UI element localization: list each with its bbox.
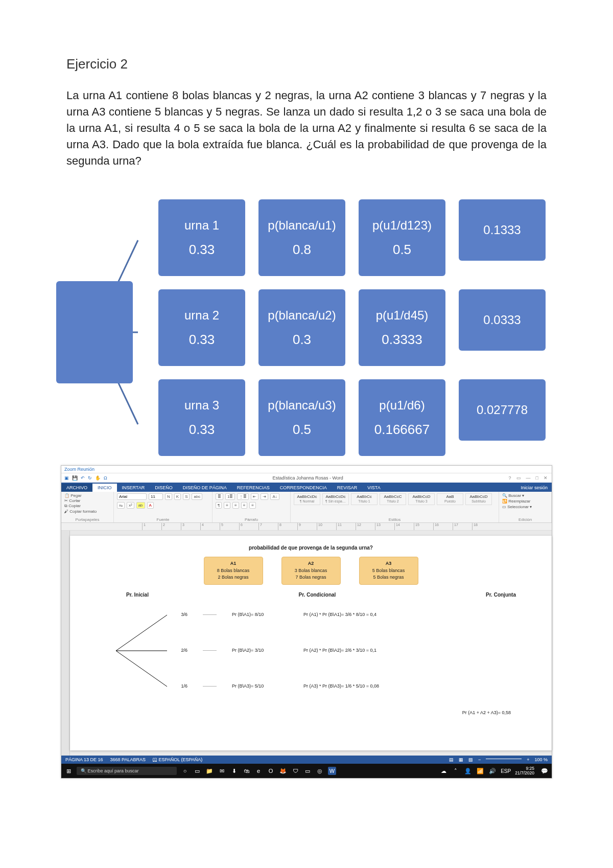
align-right-button[interactable]: ≡	[241, 502, 248, 509]
bold-button[interactable]: N	[165, 493, 172, 500]
help-icon[interactable]: ?	[509, 475, 511, 481]
replace-button[interactable]: 🔁 Reemplazar	[502, 499, 530, 504]
mail-icon[interactable]: ✉	[218, 767, 226, 775]
tray-onedrive-icon[interactable]: ☁	[439, 767, 447, 775]
word-task-icon[interactable]: W	[328, 767, 336, 775]
style-item-0[interactable]: AaBbCcDc¶ Normal	[294, 493, 320, 505]
cut-button[interactable]: ✂ Cortar	[64, 498, 80, 503]
branch-3: 1/6 ——— Pr (B\A3)= 5/10 Pr (A3) * Pr (B\…	[172, 683, 416, 689]
show-marks-button[interactable]: ¶	[216, 502, 222, 509]
subscript-button[interactable]: x₂	[117, 502, 125, 509]
align-left-button[interactable]: ≡	[224, 502, 230, 509]
copy-button[interactable]: ⧉ Copiar	[64, 504, 81, 509]
font-color-button[interactable]: A	[147, 502, 154, 509]
node-result-2: 0.0333	[459, 289, 546, 351]
start-icon[interactable]: ⊞	[64, 767, 73, 775]
office-icon[interactable]: O	[267, 767, 275, 775]
style-item-2[interactable]: AaBbCcTítulo 1	[351, 493, 378, 505]
underline-button[interactable]: S	[183, 493, 190, 500]
task-view-icon[interactable]: ▭	[193, 767, 201, 775]
select-button[interactable]: ▭ Seleccionar ▾	[502, 505, 532, 509]
align-center-button[interactable]: ≡	[232, 502, 239, 509]
style-item-6[interactable]: AaBbCcDSubtítulo	[465, 493, 492, 505]
taskbar-clock[interactable]: 9:25 21/7/2020	[515, 766, 536, 776]
col-head-condicional: Pr. Condicional	[299, 592, 336, 598]
italic-button[interactable]: K	[174, 493, 181, 500]
tray-language[interactable]: ESP	[501, 768, 511, 774]
document-page[interactable]: probabilidad de que provenga de la segun…	[70, 536, 552, 750]
minimize-icon[interactable]: —	[526, 475, 531, 481]
tray-chevron-icon[interactable]: ˄	[452, 767, 460, 775]
font-name-input[interactable]	[117, 493, 147, 500]
justify-button[interactable]: ≡	[249, 502, 256, 509]
bullets-button[interactable]: ≣	[216, 493, 223, 500]
tab-vista[interactable]: VISTA	[362, 484, 385, 492]
tray-wifi-icon[interactable]: 📶	[476, 767, 484, 775]
explorer-icon[interactable]: 📁	[205, 767, 214, 775]
zoom-icon[interactable]: ▭	[303, 767, 312, 775]
node-result-3: 0.027778	[459, 379, 546, 441]
edge-icon[interactable]: e	[254, 767, 263, 775]
omega-icon[interactable]: Ω	[104, 475, 107, 481]
view-print-icon[interactable]: ▦	[459, 757, 463, 762]
redo-icon[interactable]: ↻	[88, 475, 92, 481]
style-item-3[interactable]: AaBbCcCTítulo 2	[380, 493, 406, 505]
multilevel-button[interactable]: ⋮≣	[237, 493, 249, 500]
sort-button[interactable]: A↓	[270, 493, 279, 500]
tray-people-icon[interactable]: 👤	[464, 767, 472, 775]
status-page[interactable]: PÁGINA 13 DE 16	[65, 757, 103, 762]
style-item-1[interactable]: AaBbCcDc¶ Sin espa…	[322, 493, 349, 505]
ribbon-display-icon[interactable]: ▭	[516, 475, 521, 481]
word-probability-tree: 3/6 ——— Pr (B\A1)= 8/10 Pr (A1) * Pr (B\…	[111, 605, 526, 707]
maximize-icon[interactable]: □	[536, 475, 538, 481]
numbering-button[interactable]: 1≣	[225, 493, 235, 500]
tab-revisar[interactable]: REVISAR	[332, 484, 363, 492]
horizontal-ruler[interactable]: 123456789101112131415161718	[61, 523, 552, 531]
strikethrough-button[interactable]: abc	[192, 493, 202, 500]
zoom-in-button[interactable]: +	[527, 757, 529, 762]
group-font-label: Fuente	[117, 517, 209, 522]
zoom-slider[interactable]	[486, 759, 522, 759]
style-item-4[interactable]: AaBbCcDTítulo 3	[408, 493, 435, 505]
save-icon[interactable]: 💾	[72, 475, 78, 481]
taskbar-search[interactable]: 🔍 Escribe aquí para buscar	[77, 767, 177, 775]
styles-gallery[interactable]: AaBbCcDc¶ NormalAaBbCcDc¶ Sin espa…AaBbC…	[294, 493, 496, 505]
view-read-icon[interactable]: ▤	[449, 757, 454, 762]
touch-mode-icon[interactable]: ✋	[95, 475, 101, 481]
paste-button[interactable]: 📋 Pegar	[64, 493, 82, 498]
word-icon[interactable]: ▣	[64, 475, 69, 481]
view-web-icon[interactable]: ▧	[468, 757, 473, 762]
store-icon[interactable]: 🛍	[242, 767, 250, 775]
status-language[interactable]: 🕮 ESPAÑOL (ESPAÑA)	[153, 757, 202, 762]
superscript-button[interactable]: x²	[127, 502, 134, 509]
undo-icon[interactable]: ↶	[81, 475, 85, 481]
firefox-icon[interactable]: 🦊	[279, 767, 287, 775]
increase-indent-button[interactable]: ⇥	[261, 493, 268, 500]
find-button[interactable]: 🔍 Buscar ▾	[502, 493, 524, 498]
dropbox-icon[interactable]: ⬇	[230, 767, 238, 775]
zoom-out-button[interactable]: −	[478, 757, 481, 762]
tab-file[interactable]: ARCHIVO	[61, 484, 92, 492]
zoom-value[interactable]: 100 %	[534, 757, 548, 762]
close-icon[interactable]: ✕	[544, 475, 548, 481]
chrome-icon[interactable]: ◎	[316, 767, 324, 775]
notifications-icon[interactable]: 💬	[540, 767, 549, 775]
style-item-5[interactable]: AaBPuesto	[437, 493, 463, 505]
sign-in-link[interactable]: Iniciar sesión	[516, 484, 552, 492]
format-painter-button[interactable]: 🖌 Copiar formato	[64, 509, 97, 514]
vertical-ruler[interactable]	[61, 531, 70, 756]
tab-referencias[interactable]: REFERENCIAS	[232, 484, 275, 492]
highlight-button[interactable]: ab	[136, 502, 145, 509]
tab-diseno-pagina[interactable]: DISEÑO DE PÁGINA	[178, 484, 232, 492]
urn-card-1: A18 Bolas blancas2 Bolas negras	[204, 557, 263, 585]
status-words[interactable]: 3668 PALABRAS	[110, 757, 146, 762]
tab-correspondencia[interactable]: CORRESPONDENCIA	[275, 484, 332, 492]
tab-inicio[interactable]: INICIO	[92, 484, 117, 492]
tab-diseno[interactable]: DISEÑO	[150, 484, 178, 492]
cortana-icon[interactable]: ○	[181, 767, 189, 775]
font-size-input[interactable]	[149, 493, 163, 500]
tray-volume-icon[interactable]: 🔊	[488, 767, 497, 775]
tab-insertar[interactable]: INSERTAR	[117, 484, 150, 492]
decrease-indent-button[interactable]: ⇤	[251, 493, 258, 500]
security-icon[interactable]: 🛡	[291, 767, 299, 775]
